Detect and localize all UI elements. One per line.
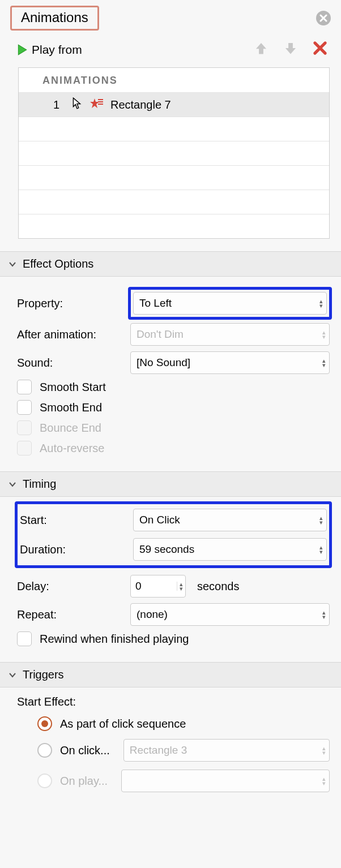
stepper-icon: ▴▾ (319, 545, 323, 554)
timing-header[interactable]: Timing (0, 471, 341, 497)
effect-options-header[interactable]: Effect Options (0, 251, 341, 277)
animations-list: ANIMATIONS 1 Rectangle 7 (18, 67, 330, 239)
rewind-label: Rewind when finished playing (40, 633, 189, 646)
move-down-icon[interactable] (283, 41, 298, 58)
delay-unit: seconds (197, 580, 240, 593)
sound-dropdown[interactable]: [No Sound] ▴▾ (130, 351, 330, 374)
start-dropdown[interactable]: On Click ▴▾ (133, 509, 327, 531)
delete-icon[interactable] (313, 41, 327, 58)
chevron-down-icon (8, 480, 17, 489)
click-sequence-radio[interactable] (37, 716, 52, 731)
sound-label: Sound: (17, 356, 130, 369)
stepper-icon: ▴▾ (322, 610, 326, 619)
bounce-end-label: Bounce End (40, 422, 101, 435)
on-click-target-dropdown: Rectangle 3 ▴▾ (123, 739, 330, 762)
start-effect-label: Start Effect: (17, 695, 330, 708)
smooth-end-label: Smooth End (40, 401, 102, 414)
duration-dropdown[interactable]: 59 seconds ▴▾ (133, 538, 327, 561)
smooth-end-checkbox[interactable] (17, 400, 32, 415)
list-item[interactable]: 1 Rectangle 7 (19, 92, 329, 117)
play-from-button[interactable]: Play from (32, 43, 82, 57)
auto-reverse-label: Auto-reverse (40, 442, 105, 455)
list-item[interactable] (19, 190, 329, 214)
on-play-label: On play... (60, 775, 108, 788)
list-item[interactable] (19, 141, 329, 165)
chevron-down-icon (8, 260, 17, 269)
smooth-start-label: Smooth Start (40, 381, 106, 394)
stepper-icon: ▴▾ (319, 515, 323, 525)
stepper-icon: ▴▾ (322, 746, 326, 755)
stepper-icon[interactable]: ▴▾ (177, 582, 183, 591)
delay-label: Delay: (17, 580, 130, 593)
stepper-icon: ▴▾ (322, 330, 326, 339)
repeat-label: Repeat: (17, 608, 130, 621)
property-label: Property: (17, 297, 130, 310)
triggers-header[interactable]: Triggers (0, 662, 341, 687)
list-item[interactable] (19, 165, 329, 190)
star-icon (90, 98, 104, 112)
repeat-dropdown[interactable]: (none) ▴▾ (130, 603, 330, 626)
property-dropdown[interactable]: To Left ▴▾ (133, 292, 327, 315)
section-title: Effect Options (23, 257, 93, 270)
on-click-radio[interactable] (37, 743, 52, 758)
stepper-icon: ▴▾ (322, 776, 326, 785)
section-title: Triggers (23, 668, 64, 681)
play-icon[interactable] (16, 44, 28, 56)
chevron-down-icon (8, 671, 17, 680)
item-index: 1 (27, 98, 72, 111)
move-up-icon[interactable] (254, 41, 268, 58)
smooth-start-checkbox[interactable] (17, 380, 32, 394)
stepper-icon: ▴▾ (319, 299, 323, 308)
delay-field[interactable]: 0 ▴▾ (130, 575, 186, 598)
list-header: ANIMATIONS (19, 68, 329, 92)
after-animation-dropdown: Don't Dim ▴▾ (130, 323, 330, 346)
auto-reverse-checkbox (17, 441, 32, 456)
animations-tab[interactable]: Animations (10, 6, 99, 31)
close-icon[interactable] (316, 11, 331, 25)
bounce-end-checkbox (17, 420, 32, 435)
stepper-icon: ▴▾ (322, 358, 326, 367)
section-title: Timing (23, 478, 56, 491)
list-item[interactable] (19, 117, 329, 141)
duration-label: Duration: (20, 543, 133, 556)
after-animation-label: After animation: (17, 328, 130, 341)
on-play-target-dropdown: ▴▾ (121, 770, 330, 792)
cursor-icon (72, 97, 82, 113)
rewind-checkbox[interactable] (17, 631, 32, 646)
on-play-radio (37, 774, 52, 788)
start-label: Start: (20, 514, 133, 527)
item-label: Rectangle 7 (110, 98, 171, 111)
on-click-label: On click... (60, 744, 110, 757)
click-sequence-label: As part of click sequence (60, 717, 186, 731)
list-item[interactable] (19, 214, 329, 238)
